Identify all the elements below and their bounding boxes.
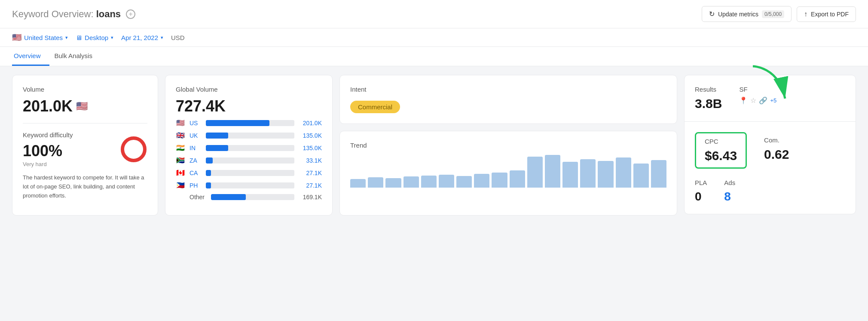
device-filter[interactable]: 🖥 Desktop ▾: [76, 34, 113, 41]
volume-value: 201.0K 🇺🇸: [23, 97, 147, 115]
date-filter[interactable]: Apr 21, 2022 ▾: [121, 34, 163, 41]
intent-trend-column: Intent Commercial Trend: [339, 75, 677, 216]
trend-bar: [562, 162, 578, 188]
country-label: United States: [24, 34, 63, 41]
currency-label: USD: [171, 34, 185, 41]
country-ca: CA: [189, 170, 202, 176]
value-ca: 27.1K: [299, 170, 322, 176]
trend-bar: [580, 159, 596, 188]
bar-wrap-ph: [206, 182, 294, 188]
flag-za: 🇿🇦: [176, 156, 185, 164]
sf-block: SF 📍 ☆ 🔗 +5: [739, 86, 776, 111]
results-value: 3.8B: [695, 96, 722, 111]
results-block: Results 3.8B: [695, 86, 722, 111]
bar-wrap-ca: [206, 170, 294, 176]
difficulty-row: Keyword difficulty 100% Very hard: [23, 131, 147, 167]
bar-wrap-in: [206, 145, 294, 151]
difficulty-label: Keyword difficulty: [23, 131, 73, 139]
cpc-block: CPC $6.43: [695, 132, 747, 169]
location-icon: 📍: [739, 96, 748, 105]
country-chevron: ▾: [65, 35, 68, 40]
difficulty-left: Keyword difficulty 100% Very hard: [23, 131, 73, 167]
list-item: 🇵🇭 PH 27.1K: [176, 181, 322, 189]
bar-wrap-other: [211, 194, 294, 200]
tabs-bar: Overview Bulk Analysis: [0, 47, 868, 66]
page-title: Keyword Overview: loans: [12, 9, 121, 20]
keyword: loans: [96, 9, 121, 19]
date-label: Apr 21, 2022: [121, 34, 158, 41]
difficulty-text: Very hard: [23, 161, 73, 167]
bar-in: [206, 145, 228, 151]
update-metrics-label: Update metrics: [718, 11, 758, 18]
flag-in: 🇮🇳: [176, 144, 185, 152]
trend-label: Trend: [350, 142, 666, 149]
trend-bar: [633, 164, 649, 188]
trend-bar: [616, 157, 631, 188]
country-za: ZA: [189, 157, 202, 164]
trend-bar: [545, 155, 560, 188]
difficulty-desc: The hardest keyword to compete for. It w…: [23, 173, 147, 200]
trend-bar: [385, 178, 401, 188]
export-label: Export to PDF: [811, 11, 849, 18]
intent-label: Intent: [350, 86, 666, 93]
country-flag: 🇺🇸: [12, 33, 21, 42]
value-ph: 27.1K: [299, 182, 322, 189]
global-volume-label: Global Volume: [176, 86, 322, 93]
results-label: Results: [695, 86, 722, 93]
bar-uk: [206, 133, 228, 139]
update-metrics-button[interactable]: ↻ Update metrics 0/5,000: [702, 6, 792, 22]
country-filter[interactable]: 🇺🇸 United States ▾: [12, 33, 68, 42]
bar-wrap-uk: [206, 133, 294, 139]
cpc-label: CPC: [705, 138, 737, 145]
sf-more-badge: +5: [770, 97, 776, 104]
list-item: 🇮🇳 IN 135.0K: [176, 144, 322, 152]
list-item: 🇬🇧 UK 135.0K: [176, 131, 322, 139]
tab-bulk-analysis[interactable]: Bulk Analysis: [53, 47, 101, 66]
svg-point-1: [122, 138, 145, 160]
add-keyword-button[interactable]: +: [126, 9, 135, 19]
com-value: 0.62: [764, 147, 789, 162]
link-icon: 🔗: [759, 96, 767, 105]
country-ph: PH: [189, 182, 202, 189]
trend-bar: [474, 174, 489, 188]
trend-bar: [598, 161, 613, 188]
metrics-right-panel: Results 3.8B SF 📍 ☆ 🔗 +5 CPC $: [684, 75, 856, 216]
device-label: Desktop: [85, 34, 108, 41]
export-pdf-button[interactable]: ↑ Export to PDF: [797, 6, 856, 22]
metrics-card: Results 3.8B SF 📍 ☆ 🔗 +5 CPC $: [684, 75, 856, 214]
difficulty-value: 100%: [23, 142, 73, 160]
volume-flag: 🇺🇸: [76, 101, 88, 112]
bar-wrap-za: [206, 157, 294, 164]
global-rows: 🇺🇸 US 201.0K 🇬🇧 UK 135.0K 🇮🇳 IN 135.0K: [176, 119, 322, 201]
device-icon: 🖥: [76, 34, 82, 41]
intent-card: Intent Commercial: [339, 75, 677, 124]
flag-uk: 🇬🇧: [176, 131, 185, 139]
difficulty-circle-icon: [120, 136, 147, 163]
pla-block: PLA 0: [695, 179, 707, 204]
trend-card: Trend: [339, 131, 677, 216]
bar-us: [206, 120, 269, 126]
list-item: 🇨🇦 CA 27.1K: [176, 169, 322, 177]
country-other: Other: [189, 194, 207, 201]
pla-ads-row: PLA 0 Ads 8: [685, 179, 856, 214]
trend-bar: [350, 179, 366, 188]
results-sf-row: Results 3.8B SF 📍 ☆ 🔗 +5: [685, 75, 856, 122]
trend-bar: [651, 160, 666, 188]
trend-bar: [527, 157, 543, 188]
top-bar-left: Keyword Overview: loans +: [12, 9, 135, 20]
volume-label: Volume: [23, 86, 147, 93]
update-counter: 0/5,000: [762, 10, 784, 18]
trend-bar: [368, 177, 383, 188]
value-other: 169.1K: [299, 194, 322, 201]
export-icon: ↑: [804, 10, 807, 18]
list-item: 🇿🇦 ZA 33.1K: [176, 156, 322, 164]
intent-badge: Commercial: [350, 101, 400, 113]
value-us: 201.0K: [299, 120, 322, 127]
trend-chart: [350, 153, 666, 188]
bar-za: [206, 157, 213, 164]
bar-ca: [206, 170, 211, 176]
tab-overview[interactable]: Overview: [12, 47, 49, 66]
ads-value: 8: [724, 190, 735, 204]
sf-icons: 📍 ☆ 🔗 +5: [739, 96, 776, 105]
com-label: Com.: [764, 136, 789, 144]
